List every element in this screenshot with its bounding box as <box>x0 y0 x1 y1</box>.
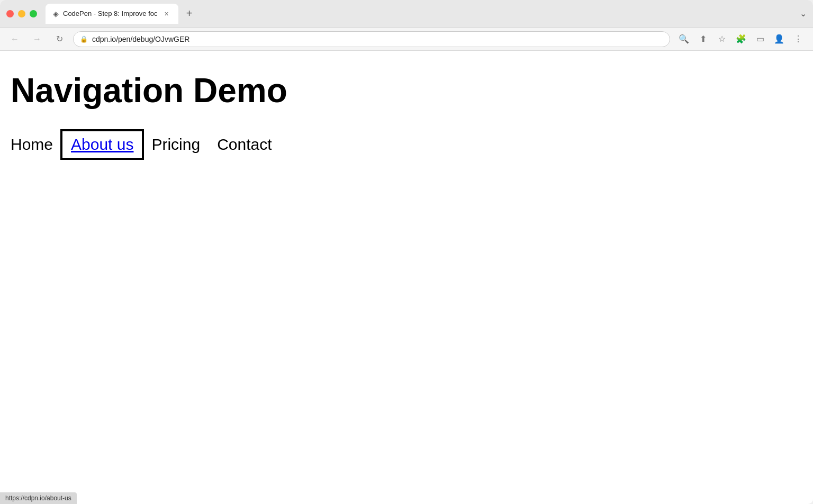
profile-button[interactable]: 👤 <box>771 31 788 48</box>
maximize-traffic-light[interactable] <box>30 10 37 17</box>
browser-window: ◈ CodePen - Step 8: Improve foc × + ⌄ ← … <box>0 0 813 504</box>
codepen-icon: ◈ <box>53 10 59 18</box>
minimize-traffic-light[interactable] <box>18 10 25 17</box>
active-tab[interactable]: ◈ CodePen - Step 8: Improve foc × <box>46 4 178 24</box>
url-text: cdpn.io/pen/debug/OJvwGER <box>92 35 663 43</box>
page-content: Navigation Demo Home About us Pricing Co… <box>0 51 813 504</box>
tab-close-button[interactable]: × <box>161 9 171 19</box>
close-traffic-light[interactable] <box>6 10 14 17</box>
back-button[interactable]: ← <box>6 31 23 48</box>
tab-bar: ◈ CodePen - Step 8: Improve foc × + ⌄ <box>46 4 807 24</box>
extensions-button[interactable]: 🧩 <box>733 31 749 48</box>
nav-link-contact[interactable]: Contact <box>209 131 280 158</box>
lock-icon: 🔒 <box>80 35 88 43</box>
nav-actions: 🔍 ⬆ ☆ 🧩 ▭ 👤 ⋮ <box>675 31 807 48</box>
main-navigation: Home About us Pricing Contact <box>11 130 802 159</box>
address-bar[interactable]: 🔒 cdpn.io/pen/debug/OJvwGER <box>73 31 670 47</box>
tab-title: CodePen - Step 8: Improve foc <box>63 10 157 17</box>
new-tab-button[interactable]: + <box>180 5 197 22</box>
traffic-lights <box>6 10 37 17</box>
sidebar-button[interactable]: ▭ <box>752 31 769 48</box>
nav-link-about[interactable]: About us <box>61 130 143 159</box>
tab-dropdown-button[interactable]: ⌄ <box>800 8 807 19</box>
title-bar: ◈ CodePen - Step 8: Improve foc × + ⌄ <box>0 0 813 28</box>
reload-button[interactable]: ↻ <box>51 31 68 48</box>
page-title: Navigation Demo <box>11 72 802 109</box>
share-button[interactable]: ⬆ <box>694 31 711 48</box>
search-button[interactable]: 🔍 <box>675 31 692 48</box>
navigation-bar: ← → ↻ 🔒 cdpn.io/pen/debug/OJvwGER 🔍 ⬆ ☆ … <box>0 28 813 51</box>
nav-link-pricing[interactable]: Pricing <box>143 131 209 158</box>
status-bar: https://cdpn.io/about-us <box>0 492 77 504</box>
bookmark-button[interactable]: ☆ <box>713 31 730 48</box>
forward-button[interactable]: → <box>29 31 46 48</box>
status-url: https://cdpn.io/about-us <box>5 494 71 502</box>
nav-link-home[interactable]: Home <box>11 131 61 158</box>
menu-button[interactable]: ⋮ <box>790 31 807 48</box>
